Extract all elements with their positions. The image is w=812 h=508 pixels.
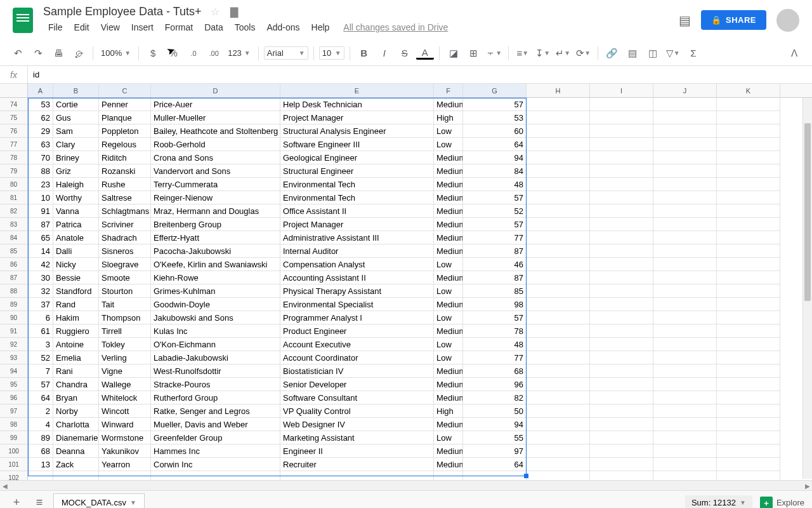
cell[interactable]: Administrative Assistant III — [280, 231, 434, 244]
cell[interactable] — [653, 111, 717, 124]
cell[interactable] — [527, 471, 590, 480]
cell[interactable] — [590, 271, 653, 284]
cell[interactable] — [590, 431, 653, 444]
menu-data[interactable]: Data — [199, 20, 228, 35]
cell[interactable]: Wormstone — [99, 431, 151, 444]
row-header[interactable]: 94 — [0, 364, 28, 378]
cell[interactable]: Sam — [53, 124, 99, 138]
row-header[interactable]: 81 — [0, 191, 28, 204]
cell[interactable]: 89 — [28, 431, 53, 444]
cell[interactable]: Account Executive — [280, 338, 434, 351]
cell[interactable] — [717, 298, 780, 311]
borders-button[interactable]: ⊞ — [465, 44, 483, 62]
cell[interactable]: Gus — [53, 111, 99, 124]
cell[interactable]: Rushe — [99, 178, 151, 191]
row-header[interactable]: 74 — [0, 98, 28, 111]
cell[interactable]: Dianemarie — [53, 431, 99, 444]
cell[interactable] — [717, 178, 780, 191]
cell[interactable]: Winward — [99, 418, 151, 431]
cell[interactable] — [527, 364, 590, 378]
cell[interactable] — [527, 138, 590, 151]
cell[interactable]: Chandra — [53, 378, 99, 391]
cell[interactable]: Dalli — [53, 244, 99, 258]
cell[interactable] — [590, 98, 653, 111]
cell[interactable]: Help Desk Technician — [280, 98, 434, 111]
cell[interactable]: 78 — [463, 324, 527, 338]
cell[interactable]: 30 — [28, 271, 53, 284]
cell[interactable]: Penner — [99, 98, 151, 111]
table-row[interactable]: 7453CortiePennerPrice-AuerHelp Desk Tech… — [0, 98, 812, 111]
text-color-button[interactable]: A — [416, 47, 434, 60]
explore-button[interactable]: Explore — [760, 497, 804, 509]
cell[interactable] — [527, 191, 590, 204]
comments-icon[interactable]: ▤ — [679, 13, 691, 28]
table-row[interactable]: 9989DianemarieWormstoneGreenfelder Group… — [0, 431, 812, 444]
cell[interactable]: Medium — [434, 324, 463, 338]
cell[interactable] — [590, 471, 653, 480]
row-header[interactable]: 77 — [0, 138, 28, 151]
cell[interactable]: Medium — [434, 191, 463, 204]
cell[interactable]: Structural Analysis Engineer — [280, 124, 434, 138]
cell[interactable] — [653, 418, 717, 431]
cell[interactable]: 7 — [28, 364, 53, 378]
cell[interactable]: Medium — [434, 391, 463, 404]
cell[interactable]: 82 — [463, 391, 527, 404]
cell[interactable] — [527, 311, 590, 324]
table-row[interactable]: 7562GusPlanqueMuller-MuellerProject Mana… — [0, 111, 812, 124]
cell[interactable]: 57 — [28, 378, 53, 391]
cell[interactable] — [653, 164, 717, 178]
cell[interactable] — [653, 351, 717, 364]
cell[interactable] — [653, 378, 717, 391]
cell[interactable] — [653, 98, 717, 111]
cell[interactable] — [527, 351, 590, 364]
row-header[interactable]: 95 — [0, 378, 28, 391]
cell[interactable] — [527, 284, 590, 298]
cell[interactable] — [717, 164, 780, 178]
row-header[interactable]: 98 — [0, 418, 28, 431]
cell[interactable] — [527, 258, 590, 271]
col-header-B[interactable]: B — [53, 84, 99, 97]
hscroll-right-icon[interactable]: ▶ — [802, 481, 812, 491]
undo-button[interactable]: ↶ — [9, 44, 27, 62]
cell[interactable]: Nicky — [53, 258, 99, 271]
cell[interactable]: 63 — [28, 138, 53, 151]
cell[interactable]: Medium — [434, 151, 463, 164]
row-header[interactable]: 100 — [0, 444, 28, 458]
cell[interactable]: Roob-Gerhold — [151, 138, 280, 151]
row-header[interactable]: 78 — [0, 151, 28, 164]
cell[interactable] — [527, 218, 590, 231]
row-header[interactable]: 75 — [0, 111, 28, 124]
cell[interactable]: Yakunikov — [99, 444, 151, 458]
document-title[interactable]: Sample Employee Data - Tuts+ — [43, 5, 202, 18]
table-row[interactable]: 8832StandfordStourtonGrimes-KuhlmanPhysi… — [0, 284, 812, 298]
cell[interactable]: 32 — [28, 284, 53, 298]
cell[interactable]: 64 — [463, 458, 527, 471]
cell[interactable]: Low — [434, 431, 463, 444]
cell[interactable]: Jakubowski and Sons — [151, 311, 280, 324]
cell[interactable]: Corwin Inc — [151, 458, 280, 471]
cell[interactable]: Rozanski — [99, 164, 151, 178]
cell[interactable]: 57 — [463, 191, 527, 204]
col-header-F[interactable]: F — [434, 84, 463, 97]
cell[interactable] — [717, 191, 780, 204]
cell[interactable] — [653, 124, 717, 138]
cell[interactable]: Emelia — [53, 351, 99, 364]
cell[interactable] — [717, 431, 780, 444]
cell[interactable]: 4 — [28, 418, 53, 431]
cell[interactable]: Medium — [434, 244, 463, 258]
cell[interactable] — [653, 218, 717, 231]
strikethrough-button[interactable]: S — [396, 44, 414, 62]
cell[interactable] — [590, 324, 653, 338]
cell[interactable]: 53 — [463, 111, 527, 124]
row-header[interactable]: 90 — [0, 311, 28, 324]
menu-format[interactable]: Format — [160, 20, 198, 35]
cell[interactable] — [590, 151, 653, 164]
percent-button[interactable]: % — [164, 44, 182, 62]
collapse-toolbar-button[interactable]: ᐱ — [785, 44, 803, 62]
cell[interactable]: Vigne — [99, 364, 151, 378]
cell[interactable]: Shadrach — [99, 231, 151, 244]
cell[interactable]: Rani — [53, 364, 99, 378]
cell[interactable]: Marketing Assistant — [280, 431, 434, 444]
cell[interactable] — [590, 178, 653, 191]
cell[interactable]: 68 — [28, 444, 53, 458]
